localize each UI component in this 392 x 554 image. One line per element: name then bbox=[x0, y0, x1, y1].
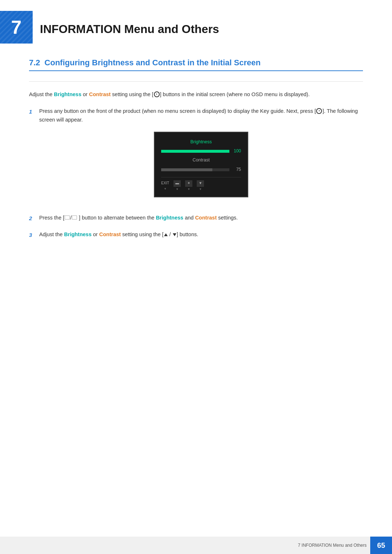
monitor-icon-1 bbox=[65, 216, 70, 219]
step-1-number: 1 bbox=[29, 107, 39, 116]
osd-btn2: ✦ bbox=[185, 180, 192, 187]
section-title: Configuring Brightness and Contrast in t… bbox=[45, 58, 261, 67]
intro-suffix: setting using the [] buttons in the init… bbox=[111, 91, 310, 97]
step-3-text: Adjust the Brightness or Contrast settin… bbox=[39, 231, 198, 237]
footer-page-number: 65 bbox=[370, 537, 392, 554]
osd-brightness-row: 100 bbox=[161, 148, 241, 155]
step3-contrast: Contrast bbox=[99, 231, 121, 237]
chapter-title: INFORMATION Menu and Others bbox=[40, 19, 219, 36]
osd-screen: Brightness 100 Contrast bbox=[154, 132, 248, 197]
osd-btn1: ▬ bbox=[173, 180, 181, 187]
intro-prefix: Adjust the bbox=[29, 91, 54, 97]
osd-exit-label: EXIT bbox=[161, 180, 169, 186]
step3-brightness: Brightness bbox=[64, 231, 92, 237]
osd-contrast-label: Contrast bbox=[161, 156, 241, 164]
circle-button-icon bbox=[154, 91, 160, 97]
step-3-content: Adjust the Brightness or Contrast settin… bbox=[39, 230, 363, 239]
osd-brightness-value: 100 bbox=[232, 148, 241, 155]
step2-contrast: Contrast bbox=[195, 215, 217, 221]
osd-btn2-arrow: ▼ bbox=[187, 187, 190, 192]
page-footer: 7 INFORMATION Menu and Others 65 bbox=[0, 537, 392, 554]
osd-contrast-bar-fill bbox=[161, 168, 212, 171]
step-3-number: 3 bbox=[29, 230, 39, 240]
step-1-content: Press any button on the front of the pro… bbox=[39, 107, 363, 206]
osd-exit-arrow: ▼ bbox=[164, 186, 167, 191]
osd-contrast-bar-bg bbox=[161, 168, 229, 171]
footer-chapter-text: 7 INFORMATION Menu and Others bbox=[298, 543, 370, 548]
chapter-number: 7 bbox=[11, 16, 22, 38]
monitor-icon-2 bbox=[72, 216, 77, 219]
osd-exit-col: EXIT ▼ bbox=[161, 180, 169, 191]
step-1-text: Press any button on the front of the pro… bbox=[39, 108, 358, 123]
contrast-label-intro: Contrast bbox=[89, 91, 111, 97]
content-area: 7.2Configuring Brightness and Contrast i… bbox=[0, 54, 392, 283]
step-2-text: Press the [/ ] button to alternate betwe… bbox=[39, 215, 238, 221]
osd-footer: EXIT ▼ ▬ ▼ ✦ ▼ bbox=[161, 177, 241, 192]
section-number: 7.2 bbox=[29, 58, 40, 67]
chapter-number-box: 7 bbox=[0, 11, 33, 44]
osd-mockup-container: Brightness 100 Contrast bbox=[39, 132, 363, 197]
section-divider bbox=[29, 81, 363, 82]
osd-brightness-bar-fill bbox=[161, 150, 229, 153]
section-heading: 7.2Configuring Brightness and Contrast i… bbox=[29, 58, 363, 71]
steps-list: 1 Press any button on the front of the p… bbox=[29, 107, 363, 239]
step2-brightness: Brightness bbox=[156, 215, 183, 221]
circle-button-icon-2 bbox=[316, 108, 322, 114]
osd-btn3-col: ▼ ▼ bbox=[197, 180, 204, 192]
osd-brightness-label: Brightness bbox=[161, 138, 241, 146]
osd-btn3: ▼ bbox=[197, 180, 204, 187]
osd-btn3-arrow: ▼ bbox=[199, 187, 202, 192]
osd-btn2-col: ✦ ▼ bbox=[185, 180, 192, 192]
step-2-number: 2 bbox=[29, 214, 39, 223]
step-3: 3 Adjust the Brightness or Contrast sett… bbox=[29, 230, 363, 240]
chapter-header: 7 INFORMATION Menu and Others bbox=[0, 0, 392, 51]
osd-contrast-row: 75 bbox=[161, 166, 241, 173]
osd-btn1-arrow: ▼ bbox=[176, 187, 179, 192]
step-2-content: Press the [/ ] button to alternate betwe… bbox=[39, 214, 363, 222]
osd-brightness-bar-bg bbox=[161, 150, 229, 153]
osd-contrast-value: 75 bbox=[232, 166, 241, 173]
osd-btn1-col: ▬ ▼ bbox=[173, 180, 181, 192]
brightness-label-intro: Brightness bbox=[54, 91, 82, 97]
triangle-down-icon bbox=[173, 233, 176, 236]
intro-paragraph: Adjust the Brightness or Contrast settin… bbox=[29, 90, 363, 99]
intro-middle: or bbox=[81, 91, 89, 97]
step-1: 1 Press any button on the front of the p… bbox=[29, 107, 363, 206]
step-2: 2 Press the [/ ] button to alternate bet… bbox=[29, 214, 363, 223]
triangle-up-icon bbox=[164, 233, 168, 236]
